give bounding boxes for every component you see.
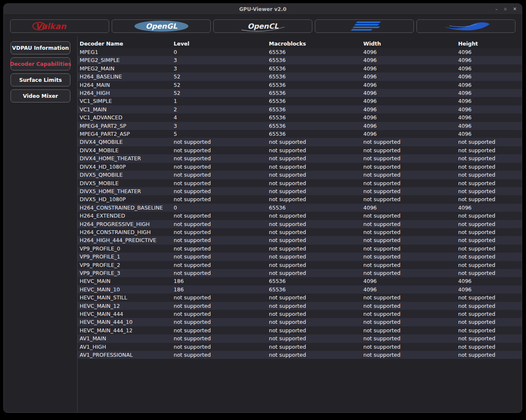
table-cell: 1 xyxy=(172,97,267,105)
sidebar-item-decoder-capabilities[interactable]: Decoder Capabilities xyxy=(11,57,70,70)
table-cell: not supported xyxy=(361,334,456,342)
table-row[interactable]: H264_EXTENDEDnot supportednot supportedn… xyxy=(78,212,522,220)
table-row[interactable]: H264_BASELINE526553640964096 xyxy=(78,73,522,81)
table-cell: 65536 xyxy=(267,122,361,130)
vulkan-logo: Vulkan xyxy=(32,20,87,32)
sidebar-item-vdpau-information[interactable]: VDPAU Information xyxy=(11,41,70,54)
table-row[interactable]: HEVC_MAIN_444_10not supportednot support… xyxy=(78,318,522,326)
minimize-button[interactable]: – xyxy=(495,7,498,11)
table-row[interactable]: AV1_PROFESSIONALnot supportednot support… xyxy=(78,351,522,359)
table-cell: not supported xyxy=(361,171,456,179)
table-row[interactable]: VC1_SIMPLE16553640964096 xyxy=(78,97,522,105)
table-row[interactable]: VP9_PROFILE_1not supportednot supportedn… xyxy=(78,253,522,261)
close-button[interactable]: ✕ xyxy=(513,7,517,11)
table-row[interactable]: DIVX5_HD_1080Pnot supportednot supported… xyxy=(78,195,522,203)
table-row[interactable]: DIVX4_HOME_THEATERnot supportednot suppo… xyxy=(78,154,522,162)
table-cell: not supported xyxy=(267,228,361,236)
table-row[interactable]: VC1_ADVANCED46553640964096 xyxy=(78,113,522,121)
table-cell: 4096 xyxy=(361,285,456,293)
table-row[interactable]: MPEG4_PART2_SP36553640964096 xyxy=(78,122,522,130)
table-row[interactable]: MPEG4_PART2_ASP56553640964096 xyxy=(78,130,522,138)
table-cell: H264_MAIN xyxy=(78,81,172,89)
table-row[interactable]: H264_HIGH_444_PREDICTIVEnot supportednot… xyxy=(78,236,522,244)
table-row[interactable]: DIVX5_QMOBILEnot supportednot supportedn… xyxy=(78,171,522,179)
table-cell: H264_PROGRESSIVE_HIGH xyxy=(78,220,172,228)
table-cell: not supported xyxy=(172,310,267,318)
table-row[interactable]: DIVX4_HD_1080Pnot supportednot supported… xyxy=(78,163,522,171)
tab-vaapi[interactable] xyxy=(416,19,515,33)
tab-vdpau[interactable] xyxy=(315,19,414,33)
sidebar: VDPAU InformationDecoder CapabilitiesSur… xyxy=(4,36,78,412)
table-cell: MPEG2_MAIN xyxy=(78,65,172,73)
table-cell: not supported xyxy=(456,228,522,236)
sidebar-item-surface-limits[interactable]: Surface Limits xyxy=(11,73,70,86)
table-row[interactable]: VP9_PROFILE_2not supportednot supportedn… xyxy=(78,261,522,269)
table-row[interactable]: HEVC_MAIN_101866553640964096 xyxy=(78,285,522,293)
tab-vulkan[interactable]: Vulkan xyxy=(10,19,109,33)
table-row[interactable]: MPEG2_SIMPLE36553640964096 xyxy=(78,56,522,64)
table-row[interactable]: H264_HIGH526553640964096 xyxy=(78,89,522,97)
table-row[interactable]: VC1_MAIN26553640964096 xyxy=(78,105,522,113)
table-row[interactable]: HEVC_MAIN_12not supportednot supportedno… xyxy=(78,302,522,310)
tab-opengl[interactable]: OpenGL xyxy=(112,19,211,33)
table-row[interactable]: DIVX5_HOME_THEATERnot supportednot suppo… xyxy=(78,187,522,195)
table-cell: not supported xyxy=(267,179,361,187)
table-row[interactable]: H264_CONSTRAINED_HIGHnot supportednot su… xyxy=(78,228,522,236)
titlebar[interactable]: GPU-Viewer v2.0 – ▫ ✕ xyxy=(4,4,522,15)
table-row[interactable]: HEVC_MAIN_444_12not supportednot support… xyxy=(78,326,522,334)
table-cell: not supported xyxy=(456,236,522,244)
table-cell: not supported xyxy=(456,245,522,253)
opencl-logo: OpenCL xyxy=(236,21,290,32)
table-cell: 4096 xyxy=(361,113,456,121)
table-cell: 3 xyxy=(172,122,267,130)
table-cell: not supported xyxy=(456,334,522,342)
table-cell: not supported xyxy=(267,318,361,326)
table-cell: not supported xyxy=(172,334,267,342)
app-window: GPU-Viewer v2.0 – ▫ ✕ Vulkan OpenGL Open… xyxy=(3,3,522,413)
table-cell: not supported xyxy=(172,326,267,334)
decoder-capabilities-panel: Decoder NameLevelMacroblocksWidthHeight … xyxy=(78,36,522,412)
table-cell: not supported xyxy=(267,195,361,203)
table-cell: not supported xyxy=(267,261,361,269)
table-cell: 4096 xyxy=(361,277,456,285)
table-cell: not supported xyxy=(172,236,267,244)
column-header-macroblocks: Macroblocks xyxy=(267,40,361,48)
table-cell: not supported xyxy=(267,212,361,220)
table-row[interactable]: MPEG2_MAIN36553640964096 xyxy=(78,65,522,73)
table-row[interactable]: AV1_HIGHnot supportednot supportednot su… xyxy=(78,343,522,351)
table-row[interactable]: H264_MAIN526553640964096 xyxy=(78,81,522,89)
table-cell: 65536 xyxy=(267,97,361,105)
table-cell: not supported xyxy=(267,138,361,146)
table-cell: not supported xyxy=(456,253,522,261)
table-cell: 4096 xyxy=(456,277,522,285)
svg-text:OpenCL: OpenCL xyxy=(247,22,279,30)
table-cell: 0 xyxy=(172,48,267,56)
table-cell: DIVX4_MOBILE xyxy=(78,146,172,154)
table-row[interactable]: DIVX4_QMOBILEnot supportednot supportedn… xyxy=(78,138,522,146)
table-cell: 3 xyxy=(172,65,267,73)
maximize-button[interactable]: ▫ xyxy=(504,7,507,11)
table-cell: not supported xyxy=(267,293,361,302)
table-row[interactable]: H264_CONSTRAINED_BASELINE06553640964096 xyxy=(78,204,522,212)
table-cell: not supported xyxy=(361,146,456,154)
window-title: GPU-Viewer v2.0 xyxy=(239,6,286,12)
table-row[interactable]: DIVX4_MOBILEnot supportednot supportedno… xyxy=(78,146,522,154)
table-cell: not supported xyxy=(361,138,456,146)
table-row[interactable]: HEVC_MAIN_STILLnot supportednot supporte… xyxy=(78,293,522,302)
tab-opencl[interactable]: OpenCL xyxy=(213,19,312,33)
table-cell: AV1_MAIN xyxy=(78,334,172,342)
content-area: VDPAU InformationDecoder CapabilitiesSur… xyxy=(4,36,522,412)
table-row[interactable]: VP9_PROFILE_3not supportednot supportedn… xyxy=(78,269,522,277)
sidebar-item-video-mixer[interactable]: Video Mixer xyxy=(11,89,70,102)
table-row[interactable]: H264_PROGRESSIVE_HIGHnot supportednot su… xyxy=(78,220,522,228)
table-row[interactable]: MPEG106553640964096 xyxy=(78,48,522,56)
table-row[interactable]: HEVC_MAIN1866553640964096 xyxy=(78,277,522,285)
table-row[interactable]: HEVC_MAIN_444not supportednot supportedn… xyxy=(78,310,522,318)
table-row[interactable]: DIVX5_MOBILEnot supportednot supportedno… xyxy=(78,179,522,187)
table-cell: 186 xyxy=(172,277,267,285)
table-cell: 4096 xyxy=(456,65,522,73)
table-row[interactable]: AV1_MAINnot supportednot supportednot su… xyxy=(78,334,522,342)
table-cell: 4096 xyxy=(361,122,456,130)
table-cell: not supported xyxy=(361,261,456,269)
table-row[interactable]: VP9_PROFILE_0not supportednot supportedn… xyxy=(78,245,522,253)
